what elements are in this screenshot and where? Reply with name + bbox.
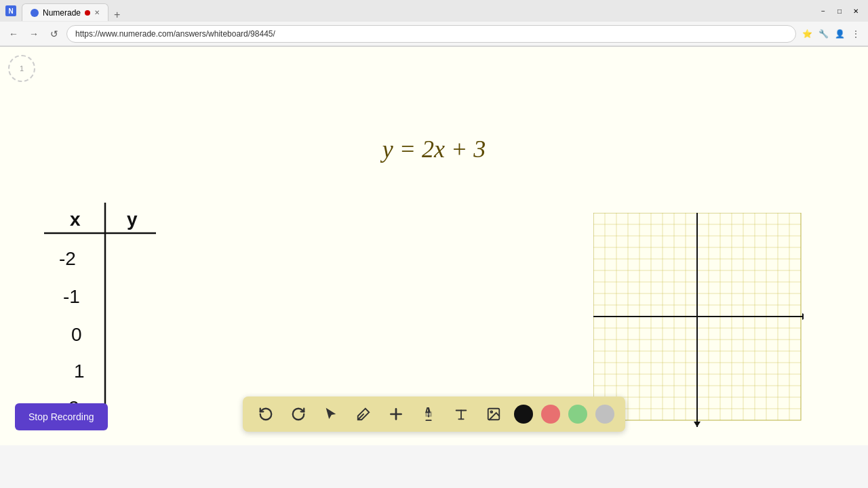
extensions-icon[interactable]: 🔧 [816, 27, 830, 41]
new-tab-button[interactable]: + [108, 9, 125, 21]
redo-button[interactable] [286, 402, 311, 426]
title-bar: N Numerade ✕ + − □ ✕ [0, 0, 868, 22]
svg-text:y: y [127, 209, 138, 230]
text-tool-button[interactable] [449, 402, 473, 426]
highlighter-tool-button[interactable] [416, 402, 441, 426]
coordinate-graph [593, 213, 804, 430]
svg-text:x: x [70, 209, 81, 230]
add-tool-button[interactable] [384, 402, 408, 426]
formula-display: y = 2x + 3 [382, 135, 486, 163]
svg-text:1: 1 [74, 361, 85, 382]
select-tool-button[interactable] [319, 402, 343, 426]
pen-tool-button[interactable] [351, 402, 376, 426]
whiteboard: 1 y = 2x + 3 x y -2 -1 0 1 2 [0, 47, 868, 445]
svg-text:-2: -2 [59, 248, 76, 269]
tab-close-button[interactable]: ✕ [94, 9, 100, 16]
close-button[interactable]: ✕ [849, 4, 863, 18]
color-green[interactable] [568, 405, 587, 424]
tab-title: Numerade [43, 8, 81, 18]
browser-icon: N [5, 5, 16, 16]
browser-chrome: N Numerade ✕ + − □ ✕ ← → ↺ https://www.n… [0, 0, 868, 47]
window-controls: − □ ✕ [816, 4, 863, 18]
nav-actions: ⭐ 🔧 👤 ⋮ [800, 27, 863, 41]
menu-icon[interactable]: ⋮ [849, 27, 863, 41]
image-tool-button[interactable] [481, 402, 506, 426]
svg-marker-49 [694, 422, 701, 427]
back-button[interactable]: ← [5, 26, 22, 42]
timer-circle: 1 [8, 55, 35, 82]
color-gray[interactable] [595, 405, 614, 424]
tab-bar: Numerade ✕ + [22, 1, 811, 21]
xy-table: x y -2 -1 0 1 2 [24, 196, 159, 426]
svg-point-57 [490, 411, 492, 413]
url-text: https://www.numerade.com/answers/whitebo… [75, 29, 275, 39]
nav-bar: ← → ↺ https://www.numerade.com/answers/w… [0, 22, 868, 46]
tab-recording-dot [85, 10, 90, 16]
undo-button[interactable] [254, 402, 278, 426]
svg-rect-52 [426, 412, 431, 416]
maximize-button[interactable]: □ [833, 4, 846, 18]
svg-marker-46 [802, 313, 804, 320]
minimize-button[interactable]: − [816, 4, 830, 18]
active-tab[interactable]: Numerade ✕ [22, 3, 108, 21]
color-pink[interactable] [541, 405, 560, 424]
refresh-button[interactable]: ↺ [46, 26, 62, 42]
xy-table-svg: x y -2 -1 0 1 2 [24, 196, 159, 426]
timer-label: 1 [20, 64, 24, 73]
profile-icon[interactable]: 👤 [833, 27, 846, 41]
bookmark-icon[interactable]: ⭐ [800, 27, 814, 41]
stop-recording-button[interactable]: Stop Recording [15, 403, 108, 430]
tab-favicon [31, 9, 39, 17]
forward-button[interactable]: → [26, 26, 42, 42]
toolbar [243, 396, 625, 432]
svg-text:-1: -1 [63, 286, 80, 307]
address-bar[interactable]: https://www.numerade.com/answers/whitebo… [66, 25, 796, 43]
color-black[interactable] [514, 405, 533, 424]
svg-text:0: 0 [71, 324, 82, 345]
